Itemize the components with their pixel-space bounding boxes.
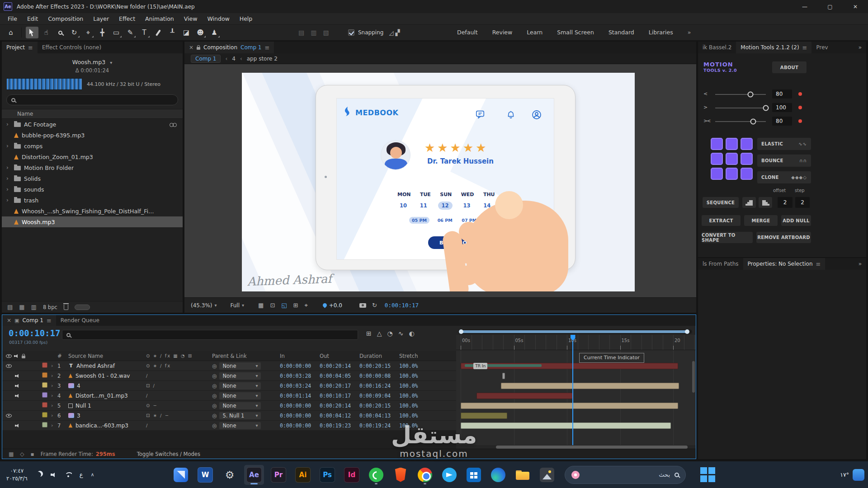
breadcrumb-precomp[interactable]: 4: [232, 56, 236, 62]
parent-dropdown[interactable]: None▾: [219, 392, 261, 399]
menu-item-view[interactable]: View: [179, 13, 203, 25]
layer-duration[interactable]: 0:00:00:08: [359, 373, 399, 379]
taskbar-blue-app[interactable]: [171, 465, 191, 485]
video-toggle[interactable]: [5, 382, 13, 389]
label-color[interactable]: [42, 422, 51, 429]
disclosure-icon[interactable]: ›: [51, 363, 57, 369]
preview-time[interactable]: 0:00:10:17: [385, 302, 419, 309]
project-item[interactable]: Woosh.mp3: [2, 216, 183, 227]
pickwhip-icon[interactable]: ◎: [212, 393, 217, 399]
project-item[interactable]: ›Motion Bro Folder: [2, 162, 183, 173]
project-item[interactable]: ›Solids: [2, 173, 183, 184]
layer-switches[interactable]: ⊙ ∗ ∕ fx: [144, 363, 212, 368]
time-chip[interactable]: 06 PM: [436, 217, 454, 224]
taskbar-telegram[interactable]: [439, 465, 459, 485]
current-time-indicator-line[interactable]: [572, 341, 573, 445]
tab-timeline-comp1[interactable]: × ▣ Comp 1 ≡: [2, 315, 56, 326]
taskbar-file-explorer[interactable]: [513, 465, 533, 485]
parent-dropdown[interactable]: None▾: [219, 382, 261, 389]
camera-tool[interactable]: ⌖: [82, 27, 94, 38]
parent-link[interactable]: ◎None▾: [212, 362, 280, 370]
composition-viewport[interactable]: MEDBOOK: [184, 64, 696, 297]
audio-toggle[interactable]: [14, 362, 21, 370]
video-toggle[interactable]: [5, 372, 13, 380]
elastic-button[interactable]: ELASTIC ∿∿: [757, 138, 811, 150]
workspace-overflow-icon[interactable]: »: [680, 25, 698, 40]
selection-tool[interactable]: [26, 27, 38, 38]
taskbar-word[interactable]: W: [195, 465, 215, 485]
trash-icon[interactable]: [64, 305, 68, 310]
snapping-checkbox[interactable]: [348, 29, 354, 36]
motion-blur-icon[interactable]: ◐: [409, 330, 414, 337]
merge-button[interactable]: MERGE: [744, 215, 778, 226]
composition-mini-flowchart-icon[interactable]: ⊞: [366, 330, 372, 337]
preset-pad[interactable]: [726, 138, 738, 150]
camera-view-icon[interactable]: ⌖: [301, 302, 311, 309]
offset-input[interactable]: 2: [778, 197, 793, 208]
layer-switches[interactable]: ⊙ −: [144, 403, 212, 408]
close-tab-icon[interactable]: ×: [189, 44, 193, 51]
tab-overflow-icon[interactable]: »: [854, 42, 866, 53]
weather-widget[interactable]: ١٧°: [840, 469, 864, 481]
roto-brush-tool[interactable]: ☻: [194, 27, 207, 38]
parent-link[interactable]: ◎None▾: [212, 392, 280, 399]
project-item[interactable]: ›AC Footage: [2, 119, 183, 130]
layer-in[interactable]: 0:00:00:00: [280, 363, 320, 369]
label-color-chip[interactable]: [42, 402, 47, 408]
chevron-down-icon[interactable]: ▾: [110, 60, 112, 65]
label-color-chip[interactable]: [42, 412, 47, 418]
mask-visibility-icon[interactable]: ⊞: [290, 302, 302, 309]
layer-out[interactable]: 0:00:04:05: [320, 373, 359, 379]
date-chip[interactable]: 11: [418, 202, 429, 210]
taskbar-edge[interactable]: [488, 465, 508, 485]
layer-stretch[interactable]: 100.0%: [399, 413, 434, 419]
layer-in[interactable]: 0:00:00:00: [280, 422, 320, 429]
parent-link[interactable]: ◎None▾: [212, 382, 280, 389]
date-chip[interactable]: 15: [501, 202, 513, 210]
parent-link[interactable]: ◎None▾: [212, 422, 280, 429]
menu-item-effect[interactable]: Effect: [114, 13, 140, 25]
bounce-button[interactable]: BOUNCE ∩∩: [757, 155, 811, 167]
tab-render-queue[interactable]: Render Queue: [56, 315, 104, 326]
layer-out[interactable]: 0:00:20:14: [320, 363, 359, 369]
close-tab-icon[interactable]: ×: [7, 317, 11, 324]
menu-item-help[interactable]: Help: [235, 13, 258, 25]
transparency-grid-icon[interactable]: ⊡: [267, 302, 278, 309]
breadcrumb-comp[interactable]: Comp 1: [191, 55, 221, 63]
home-tool[interactable]: ⌂: [5, 27, 17, 38]
pickwhip-icon[interactable]: ◎: [212, 363, 217, 369]
date-chip[interactable]: 13: [461, 202, 472, 210]
rotation-tool[interactable]: ↻: [68, 27, 80, 38]
workspace-libraries[interactable]: Libraries: [642, 25, 680, 40]
current-time-display[interactable]: 0:00:10:17: [9, 328, 60, 338]
layer-row[interactable]: ›2Swoosh 01 - 02.wav∕◎None▾0:00:03:280:0…: [2, 371, 456, 381]
taskbar-settings[interactable]: ⚙: [220, 465, 240, 485]
step-input[interactable]: 2: [795, 197, 810, 208]
column-number[interactable]: #: [57, 353, 68, 359]
shape-tool[interactable]: ▭: [110, 27, 123, 38]
layer-bar[interactable]: [461, 422, 671, 429]
slider-value[interactable]: 80: [772, 89, 792, 99]
tab-properties[interactable]: Properties: No Selection ≡: [743, 258, 826, 270]
preset-pad[interactable]: [741, 153, 753, 165]
video-toggle[interactable]: [5, 402, 13, 409]
preset-pad[interactable]: [726, 153, 738, 165]
preset-pad[interactable]: [741, 168, 753, 180]
language-indicator[interactable]: ع: [80, 471, 83, 478]
parent-dropdown[interactable]: None▾: [219, 372, 261, 380]
disclosure-icon[interactable]: ›: [51, 403, 57, 408]
layer-bar[interactable]: [461, 403, 678, 409]
layer-bar[interactable]: [476, 393, 573, 399]
preset-pad[interactable]: [726, 168, 738, 180]
parent-dropdown[interactable]: 5. Null 1▾: [219, 412, 261, 419]
taskbar-photos[interactable]: [537, 465, 557, 485]
snap-option-icon[interactable]: ◿: [389, 29, 393, 36]
column-stretch[interactable]: Stretch: [399, 353, 434, 359]
layer-name[interactable]: bandica...-603.mp3: [68, 422, 144, 429]
panel-menu-icon[interactable]: ≡: [816, 261, 821, 267]
zoom-select[interactable]: (45.3%) ▾: [188, 302, 220, 309]
layer-row[interactable]: ›4Distort...m_01.mp3∕◎None▾0:00:01:140:0…: [2, 391, 456, 401]
pickwhip-icon[interactable]: ◎: [212, 422, 217, 429]
clone-button[interactable]: CLONE ◆◆◆◇: [757, 171, 811, 183]
preview-item-name[interactable]: Woosh.mp3 ▾: [2, 59, 183, 66]
